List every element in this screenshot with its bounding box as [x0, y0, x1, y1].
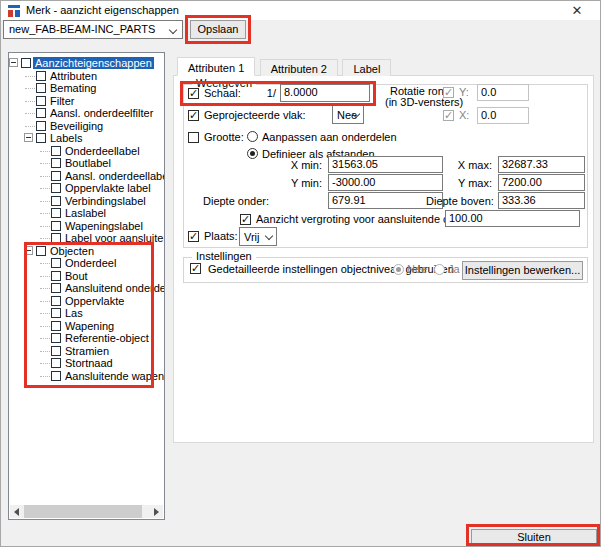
tree-item-label[interactable]: Boutlabel	[63, 157, 113, 169]
tree-item-checkbox[interactable]	[36, 71, 46, 81]
rotatie-x-checkbox[interactable]	[443, 110, 454, 121]
tree-item[interactable]: Wapeningslabel	[11, 220, 163, 233]
window-title: Merk - aanzicht eigenschappen	[26, 4, 179, 16]
tree-item[interactable]: Boutlabel	[11, 157, 163, 170]
plaats-dropdown[interactable]: Vrij	[239, 227, 277, 246]
tree-item[interactable]: Filter	[11, 95, 163, 108]
tree-item[interactable]: Laslabel	[11, 207, 163, 220]
rotatie-x-input[interactable]: 0.0	[477, 107, 529, 124]
dialog-merk-aanzicht-eigenschappen: Merk - aanzicht eigenschappen ✕ new_FAB-…	[0, 0, 601, 547]
tab-attributen-1[interactable]: Attributen 1	[177, 57, 255, 76]
tree-item[interactable]: Verbindingslabel	[11, 195, 163, 208]
vergroting-input[interactable]: 100.00	[445, 210, 580, 227]
geprojecteerde-vlak-checkbox[interactable]	[188, 110, 199, 121]
tree-collapse-icon[interactable]	[9, 58, 18, 67]
instellingen-group-title: Instellingen	[192, 250, 256, 262]
tree-item-checkbox[interactable]	[51, 158, 61, 168]
tree-connector	[25, 88, 35, 89]
grootte-label: Grootte:	[204, 131, 244, 143]
tree-item[interactable]: Labels	[11, 132, 163, 145]
ymax-label: Y max:	[426, 177, 492, 189]
tree-item-label[interactable]: Labels	[48, 132, 84, 144]
close-icon[interactable]: ✕	[564, 2, 590, 19]
tree-item-checkbox[interactable]	[36, 133, 46, 143]
tree-connector	[40, 176, 50, 177]
tree-connector	[25, 113, 35, 114]
rotatie-y-label: Y:	[459, 86, 469, 98]
highlight-schaal-row	[180, 81, 376, 106]
tree-item[interactable]: Aanzichteigenschappen	[11, 57, 163, 70]
ymax-input[interactable]: 7200.00	[498, 174, 585, 191]
ja-radio-label: Ja	[448, 263, 460, 275]
tree-item-label[interactable]: Oppervlakte label	[63, 182, 153, 194]
tree-item-label[interactable]: Aansl. onderdeellabel	[63, 170, 165, 182]
tree-connector	[40, 163, 50, 164]
ja-radio[interactable]	[434, 264, 445, 275]
objectniveau-checkbox[interactable]	[190, 263, 201, 274]
tree-item-checkbox[interactable]	[51, 146, 61, 156]
tab-strip: Attributen 1 Attributen 2 Label	[177, 57, 391, 76]
tree-item-label[interactable]: Onderdeellabel	[63, 145, 142, 157]
tree-item-checkbox[interactable]	[36, 83, 46, 93]
tree-item[interactable]: Aansl. onderdeelfilter	[11, 107, 163, 120]
scroll-left-icon[interactable]	[10, 505, 23, 518]
tree-item-checkbox[interactable]	[51, 171, 61, 181]
tree-item-label[interactable]: Filter	[48, 95, 76, 107]
app-icon	[8, 5, 20, 17]
tree-item[interactable]: Bemating	[11, 82, 163, 95]
plaats-checkbox[interactable]	[188, 231, 199, 242]
scrollbar-thumb[interactable]	[24, 505, 142, 518]
vergroting-checkbox[interactable]	[240, 214, 251, 225]
tree-item-checkbox[interactable]	[51, 183, 61, 193]
chevron-down-icon	[265, 232, 273, 240]
rotatie-y-checkbox[interactable]	[443, 87, 454, 98]
geprojecteerde-vlak-label: Geprojecteerde vlak:	[204, 109, 306, 121]
rotatie-y-input[interactable]: 0.0	[477, 84, 529, 101]
tree-item-label[interactable]: Laslabel	[63, 207, 108, 219]
tree-item-label[interactable]: Aansl. onderdeelfilter	[48, 107, 155, 119]
preset-dropdown[interactable]: new_FAB-BEAM-INC_PARTS	[3, 20, 183, 39]
tree-item-label[interactable]: Verbindingslabel	[63, 195, 148, 207]
highlight-sluiten-button	[466, 524, 600, 546]
grootte-checkbox[interactable]	[188, 132, 199, 143]
scroll-right-icon[interactable]	[150, 505, 163, 518]
plaats-label: Plaats:	[204, 230, 238, 242]
tree-item-checkbox[interactable]	[36, 121, 46, 131]
diepte-boven-input[interactable]: 333.36	[498, 192, 585, 209]
tree-item-label[interactable]: Bemating	[48, 82, 98, 94]
aanpassen-radio[interactable]	[247, 131, 258, 142]
tree-horizontal-scrollbar[interactable]	[10, 505, 163, 518]
tab-label[interactable]: Label	[342, 59, 391, 76]
tab-attributen-2[interactable]: Attributen 2	[260, 59, 338, 76]
tree-item[interactable]: Attributen	[11, 70, 163, 83]
highlight-save-button	[185, 15, 251, 44]
rotatie-x-label: X:	[459, 109, 469, 121]
tree-item-checkbox[interactable]	[51, 208, 61, 218]
tree-connector	[40, 201, 50, 202]
tree-item-label[interactable]: Wapeningslabel	[63, 220, 145, 232]
tree-item-checkbox[interactable]	[21, 58, 31, 68]
instellingen-bewerken-button[interactable]: Instellingen bewerken...	[462, 261, 583, 280]
diepte-boven-label: Diepte boven:	[426, 195, 492, 207]
tree-item-checkbox[interactable]	[36, 96, 46, 106]
xmax-input[interactable]: 32687.33	[498, 156, 585, 173]
xmin-label: X min:	[268, 159, 322, 171]
tree-item[interactable]: Beveiliging	[11, 120, 163, 133]
tree-item[interactable]: Onderdeellabel	[11, 145, 163, 158]
tree-collapse-icon[interactable]	[24, 133, 33, 142]
definieer-radio[interactable]	[247, 148, 258, 159]
tree-connector	[25, 76, 35, 77]
tree-item[interactable]: Oppervlakte label	[11, 182, 163, 195]
aanpassen-radio-label[interactable]: Aanpassen aan onderdelen	[262, 131, 397, 143]
tree-item[interactable]: Aansl. onderdeellabel	[11, 170, 163, 183]
tree-item-label[interactable]: Attributen	[48, 70, 99, 82]
xmax-label: X max:	[426, 159, 492, 171]
tree-item-checkbox[interactable]	[51, 196, 61, 206]
geprojecteerde-vlak-dropdown[interactable]: Nee	[332, 105, 364, 124]
nee-radio[interactable]	[393, 264, 404, 275]
tree-connector	[40, 151, 50, 152]
tree-item-checkbox[interactable]	[36, 108, 46, 118]
tree-item-label[interactable]: Aanzichteigenschappen	[33, 57, 154, 69]
tree-item-label[interactable]: Beveiliging	[48, 120, 105, 132]
tree-item-checkbox[interactable]	[51, 221, 61, 231]
